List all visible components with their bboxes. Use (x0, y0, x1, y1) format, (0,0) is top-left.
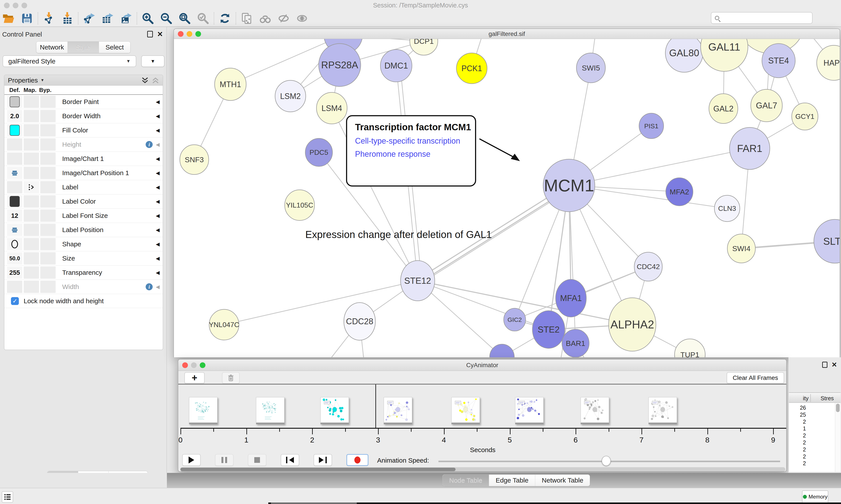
expand-row-icon[interactable]: ◀ (156, 199, 160, 204)
property-map-cell[interactable] (24, 252, 39, 265)
node-CDC28[interactable]: CDC28 (344, 303, 375, 340)
search-input[interactable] (711, 12, 812, 24)
edge-FAR1-MCM1[interactable] (569, 148, 750, 185)
table-tab-network-table[interactable]: Network Table (535, 475, 590, 486)
node-PIS1[interactable]: PIS1 (639, 113, 664, 139)
property-def-cell[interactable] (7, 138, 22, 151)
expand-row-icon[interactable]: ◀ (156, 127, 160, 133)
property-map-cell[interactable] (24, 124, 39, 137)
frame-thumbnail-4[interactable] (384, 397, 412, 424)
node-LSM4[interactable]: LSM4 (317, 92, 347, 124)
property-row-shape[interactable]: Shape◀ (4, 237, 163, 251)
node-GCY1[interactable]: GCY1 (792, 103, 818, 130)
frame-thumbnail-8[interactable] (648, 397, 677, 424)
frame-thumbnail-7[interactable] (580, 397, 609, 424)
node-SLT2[interactable]: SLT2 (814, 219, 840, 263)
node-PDC5[interactable]: PDC5 (305, 138, 333, 166)
property-row-height[interactable]: Heighti◀ (4, 138, 163, 152)
expand-row-icon[interactable]: ◀ (156, 170, 160, 176)
node-DMC1[interactable]: DMC1 (380, 50, 412, 82)
tab-select[interactable]: Select (99, 41, 130, 53)
collapse-all-icon[interactable] (152, 77, 159, 84)
property-row-image-chart-1[interactable]: Image/Chart 1◀ (4, 152, 163, 166)
property-def-cell[interactable] (7, 281, 22, 293)
property-def-cell[interactable]: 12 (7, 210, 22, 222)
node-CDC42[interactable]: CDC42 (634, 252, 662, 281)
property-byp-cell[interactable] (40, 167, 56, 179)
table-cell[interactable]: 2 (789, 460, 806, 467)
panel-menu-button[interactable] (2, 491, 13, 503)
property-byp-cell[interactable] (40, 210, 56, 222)
expand-row-icon[interactable]: ◀ (156, 156, 160, 162)
annotation-link-2[interactable]: Pheromone response (355, 149, 475, 159)
property-map-cell[interactable] (24, 167, 39, 179)
property-byp-cell[interactable] (40, 152, 56, 165)
node-SWI4[interactable]: SWI4 (727, 234, 755, 263)
property-byp-cell[interactable] (40, 195, 56, 208)
tab-style[interactable]: Style (68, 41, 99, 53)
table-cell[interactable]: 2 (789, 439, 806, 446)
table-tab-node-table[interactable]: Node Table (443, 475, 489, 486)
property-map-cell[interactable] (24, 267, 39, 279)
node-STE12[interactable]: STE12 (400, 260, 435, 301)
float-panel-icon[interactable] (822, 362, 827, 368)
skip-end-button[interactable] (314, 454, 332, 466)
zoom-out-icon[interactable] (160, 12, 173, 25)
clear-all-frames-button[interactable]: Clear All Frames (727, 372, 784, 383)
node-BOT1[interactable] (490, 344, 514, 357)
export-table-icon[interactable] (101, 12, 114, 25)
node-MFA2[interactable]: MFA2 (666, 178, 693, 206)
property-def-cell[interactable] (7, 181, 22, 193)
node-CLN3[interactable]: CLN3 (714, 195, 740, 221)
property-def-cell[interactable] (7, 96, 22, 108)
refresh-icon[interactable] (219, 12, 231, 25)
close-panel-icon[interactable]: ✕ (831, 361, 837, 368)
property-row-label-position[interactable]: Label Position◀ (4, 223, 163, 237)
frame-thumbnail-6[interactable] (515, 397, 543, 424)
node-STE2[interactable]: STE2 (532, 311, 565, 348)
expand-row-icon[interactable]: ◀ (156, 184, 160, 190)
animation-speed-handle[interactable] (602, 456, 611, 466)
property-row-border-width[interactable]: 2.0Border Width◀ (4, 109, 163, 123)
property-def-cell[interactable] (7, 195, 22, 208)
table-cell[interactable]: 2 (789, 446, 806, 453)
zoom-fit-icon[interactable] (178, 12, 191, 25)
property-def-cell[interactable] (7, 238, 22, 250)
property-def-cell[interactable] (7, 124, 22, 137)
record-button[interactable] (346, 454, 369, 466)
zoom-in-icon[interactable] (142, 12, 154, 25)
node-SWI5[interactable]: SWI5 (576, 53, 605, 83)
node-STE4[interactable]: STE4 (762, 43, 795, 78)
property-row-transparency[interactable]: 255Transparency◀ (4, 266, 163, 280)
property-def-cell[interactable]: 50.0 (7, 252, 22, 265)
node-BAR1[interactable]: BAR1 (562, 329, 589, 357)
property-map-cell[interactable] (24, 152, 39, 165)
cyanimator-titlebar[interactable]: CyAnimator (178, 360, 786, 371)
node-MCM1[interactable]: MCM1 (543, 159, 595, 212)
column-divider[interactable] (810, 394, 811, 402)
property-map-cell[interactable] (24, 210, 39, 222)
annotation-box[interactable]: Transcription factor MCM1 Cell-type-spec… (346, 115, 476, 186)
frame-thumbnail-5[interactable] (451, 397, 480, 424)
expand-row-icon[interactable]: ◀ (156, 142, 160, 147)
expand-all-icon[interactable] (141, 77, 149, 84)
table-cell[interactable]: 2 (789, 419, 806, 425)
edge-STE12-STE2[interactable] (418, 281, 549, 329)
node-FAR1[interactable]: FAR1 (730, 127, 770, 169)
property-map-cell[interactable] (24, 138, 39, 151)
info-icon[interactable]: i (146, 283, 153, 290)
property-def-cell[interactable] (7, 167, 22, 179)
table-column-stress[interactable]: Stres (815, 395, 839, 402)
expand-row-icon[interactable]: ◀ (156, 270, 160, 276)
expand-row-icon[interactable]: ◀ (156, 255, 160, 262)
network-canvas[interactable]: GAL80GAL11DCP1RPS28ADMC1PCK1SWI5STE4HAP2… (174, 39, 840, 357)
frame-thumbnail-2[interactable] (256, 397, 285, 424)
property-row-label-font-size[interactable]: 12Label Font Size◀ (4, 209, 163, 223)
tab-network[interactable]: Network (36, 41, 68, 53)
property-row-label[interactable]: Label◀ (4, 180, 163, 194)
node-TUP1[interactable]: TUP1 (675, 339, 705, 357)
expand-row-icon[interactable]: ◀ (156, 227, 160, 233)
property-byp-cell[interactable] (40, 124, 56, 137)
table-cell[interactable]: 2 (789, 432, 806, 439)
node-YNL047C[interactable]: YNL047C (209, 309, 239, 340)
